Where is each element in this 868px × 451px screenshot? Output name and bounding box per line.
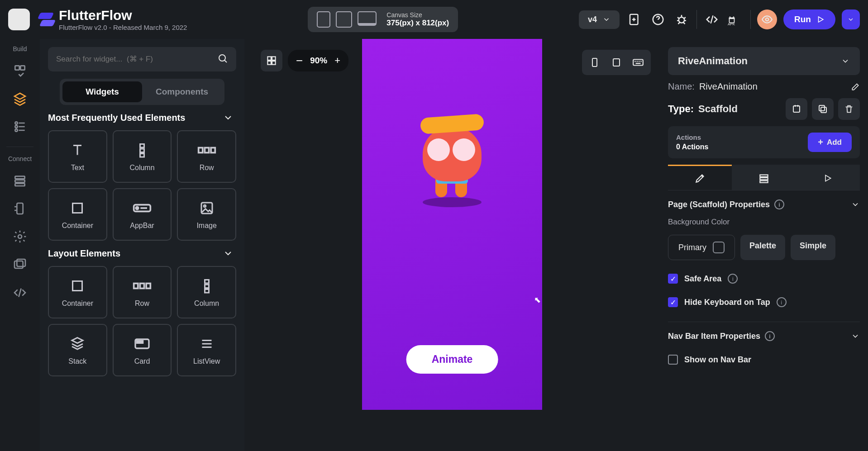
bg-primary-label: Primary xyxy=(678,243,706,252)
widget-listview[interactable]: ListView xyxy=(177,324,236,376)
search-input[interactable] xyxy=(56,55,217,64)
preview-icon[interactable] xyxy=(757,9,777,29)
rp-tab-style[interactable] xyxy=(668,165,732,190)
properties-panel: RiveAnimation Name: RiveAnimation Type: … xyxy=(660,39,868,451)
info-icon[interactable]: i xyxy=(728,274,738,284)
svg-rect-47 xyxy=(819,105,825,111)
svg-rect-49 xyxy=(760,177,768,179)
preview-tablet-icon[interactable] xyxy=(606,52,626,72)
safe-area-checkbox[interactable]: ✓ xyxy=(668,274,678,284)
svg-rect-29 xyxy=(73,281,82,291)
divider xyxy=(6,147,33,147)
run-button[interactable]: Run xyxy=(783,9,835,29)
svg-point-14 xyxy=(18,235,22,238)
preview-keyboard-icon[interactable] xyxy=(628,52,648,72)
widget-card[interactable]: Card xyxy=(113,324,172,376)
widget-stack[interactable]: Stack xyxy=(48,324,107,376)
widget-row2[interactable]: Row xyxy=(113,266,172,318)
chevron-down-icon[interactable] xyxy=(851,332,860,341)
section-layout-head[interactable]: Layout Elements xyxy=(48,248,236,259)
show-navbar-label: Show on Nav Bar xyxy=(684,355,751,365)
copy-button[interactable] xyxy=(812,98,834,120)
section-layout-title: Layout Elements xyxy=(48,248,120,259)
svg-rect-12 xyxy=(15,184,24,186)
info-icon[interactable]: i xyxy=(765,331,775,341)
rail-item-layers[interactable] xyxy=(8,87,32,110)
android-icon[interactable]: APK xyxy=(727,11,744,28)
widget-container2[interactable]: Container xyxy=(48,266,107,318)
search-icon[interactable] xyxy=(217,53,228,66)
widget-panel: Widgets Components Most Frequently Used … xyxy=(40,39,244,451)
phone-canvas[interactable]: Animate xyxy=(362,39,542,410)
canvas-size-pill: Canvas Size 375(px) x 812(px) xyxy=(308,7,458,32)
desktop-device-icon[interactable] xyxy=(358,11,377,26)
svg-rect-41 xyxy=(272,61,276,65)
svg-rect-39 xyxy=(272,57,276,60)
section-freq-title: Most Frequently Used Elements xyxy=(48,113,185,123)
svg-rect-18 xyxy=(140,144,144,148)
name-label: Name: xyxy=(668,81,695,92)
simple-button[interactable]: Simple xyxy=(791,235,835,260)
hide-keyboard-checkbox[interactable]: ✓ xyxy=(668,297,678,307)
rail-item-tree[interactable] xyxy=(8,115,32,138)
animate-button[interactable]: Animate xyxy=(406,345,498,374)
svg-rect-33 xyxy=(205,280,209,284)
svg-rect-11 xyxy=(15,180,24,182)
run-more-button[interactable] xyxy=(842,9,860,29)
widget-container[interactable]: Container xyxy=(48,188,107,241)
widget-column[interactable]: Column xyxy=(113,130,172,183)
widget-appbar[interactable]: AppBar xyxy=(113,188,172,241)
svg-rect-21 xyxy=(198,148,202,153)
rail-item-api[interactable] xyxy=(8,197,32,220)
brand-title: FlutterFlow xyxy=(59,8,187,23)
add-action-button[interactable]: + Add xyxy=(808,133,852,152)
bug-icon[interactable] xyxy=(673,11,690,28)
phone-device-icon[interactable] xyxy=(317,11,330,28)
zoom-out-button[interactable]: − xyxy=(296,54,303,68)
show-navbar-checkbox[interactable] xyxy=(668,355,678,365)
svg-rect-13 xyxy=(17,203,23,214)
zoom-in-button[interactable]: + xyxy=(334,55,340,66)
chevron-down-icon[interactable] xyxy=(851,200,860,209)
rail-item-media[interactable] xyxy=(8,253,32,276)
canvas-area[interactable]: − 90% + Animate ⬉ xyxy=(244,39,660,451)
widget-column2[interactable]: Column xyxy=(177,266,236,318)
chevron-down-icon xyxy=(223,112,234,123)
rp-tab-data[interactable] xyxy=(732,165,796,190)
help-icon[interactable] xyxy=(649,11,667,28)
svg-point-17 xyxy=(219,55,225,61)
rail-item-widgets[interactable] xyxy=(8,59,32,82)
info-icon[interactable]: i xyxy=(774,199,784,209)
svg-rect-16 xyxy=(17,259,25,266)
info-icon[interactable]: i xyxy=(777,297,787,307)
preview-phone-icon[interactable] xyxy=(585,52,605,72)
edit-icon[interactable] xyxy=(851,82,860,91)
widget-row[interactable]: Row xyxy=(177,130,236,183)
rp-tab-play[interactable] xyxy=(796,165,860,190)
name-value[interactable]: RiveAnimation xyxy=(699,81,846,92)
palette-button[interactable]: Palette xyxy=(740,235,785,260)
canvas-size-value: 375(px) x 812(px) xyxy=(386,19,449,28)
tab-widgets[interactable]: Widgets xyxy=(62,81,142,102)
rail-item-settings[interactable] xyxy=(8,225,32,248)
canvas-tool-select[interactable] xyxy=(261,50,282,71)
bg-primary-chip[interactable]: Primary xyxy=(668,235,735,260)
widget-image[interactable]: Image xyxy=(177,188,236,241)
canvas-size-label: Canvas Size xyxy=(386,11,449,19)
wrap-button[interactable] xyxy=(786,98,807,120)
section-freq-head[interactable]: Most Frequently Used Elements xyxy=(48,112,236,123)
version-selector[interactable]: v4 xyxy=(579,10,620,29)
tab-components[interactable]: Components xyxy=(142,81,222,102)
svg-rect-15 xyxy=(14,261,23,268)
code-icon[interactable] xyxy=(703,11,720,28)
add-page-icon[interactable] xyxy=(626,11,643,28)
rail-item-code[interactable] xyxy=(8,281,32,304)
rail-item-database[interactable] xyxy=(8,169,32,192)
tablet-device-icon[interactable] xyxy=(336,11,352,28)
svg-rect-44 xyxy=(633,60,643,66)
home-button[interactable] xyxy=(8,9,30,30)
properties-head[interactable]: RiveAnimation xyxy=(668,47,860,75)
color-swatch xyxy=(713,242,725,253)
widget-text[interactable]: Text xyxy=(48,130,107,183)
delete-button[interactable] xyxy=(838,98,860,120)
